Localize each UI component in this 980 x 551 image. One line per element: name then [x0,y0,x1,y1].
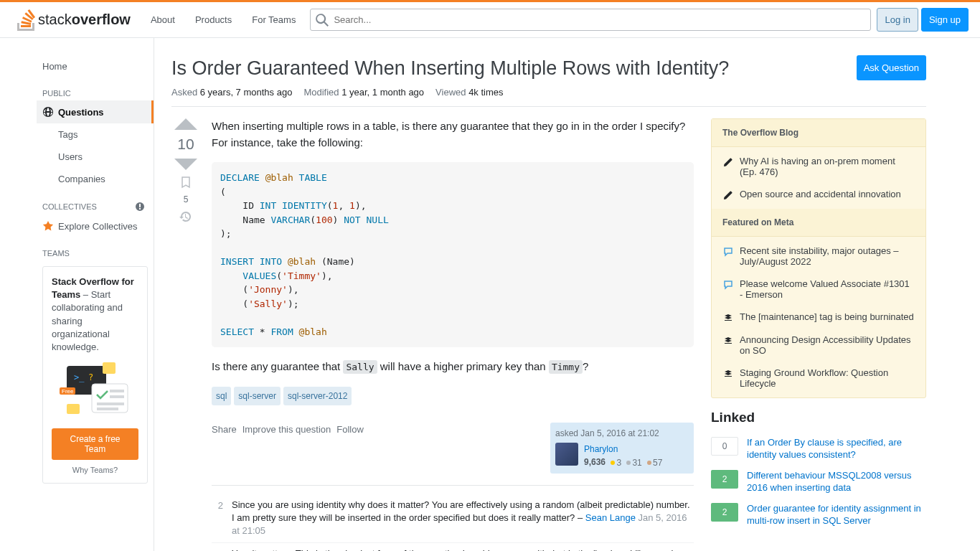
vote-controls: 10 5 [171,118,200,551]
ask-question-button[interactable]: Ask Question [857,55,926,80]
follow-link[interactable]: Follow [336,423,364,474]
meta-item[interactable]: Recent site instability, major outages –… [712,240,925,273]
pencil-icon [722,157,734,167]
linked-item: 2 Different behaviour MSSQL2008 versus 2… [711,470,926,494]
nav-questions-label: Questions [58,107,104,118]
nav-teams[interactable]: For Teams [243,10,304,29]
pencil-icon [722,190,734,200]
main-content: Is Order Guaranteed When Inserting Multi… [154,38,943,551]
nav-explore-label: Explore Collectives [58,221,138,232]
user-reputation: 9,636 [584,457,606,467]
nav-home[interactable]: Home [37,55,154,77]
tag[interactable]: sql-server [234,387,281,405]
stack-icon [722,313,734,323]
silver-badge-icon [626,461,631,465]
comment: 2 Since you are using identity why does … [212,494,694,543]
logo[interactable]: stackoverflow [11,2,136,37]
comment: 2 Yes, it matters. This is the simplest … [212,543,694,552]
nav-questions[interactable]: Questions [37,100,154,123]
linked-link[interactable]: Different behaviour MSSQL2008 versus 201… [747,470,926,494]
meta-item[interactable]: Announcing Design Accessibility Updates … [712,329,925,362]
post-action-links: Share Improve this question Follow [212,423,364,474]
linked-score: 0 [711,437,738,456]
speech-bubble-icon [722,247,734,257]
search-container [310,9,871,31]
comment-author-link[interactable]: Sean Lange [585,512,636,523]
info-icon[interactable] [135,202,145,212]
user-card: asked Jan 5, 2016 at 21:02 Pharylon 9,63… [550,423,694,474]
share-link[interactable]: Share [212,423,237,474]
nav-heading-teams: TEAMS [37,237,154,260]
meta-item[interactable]: The [maintenance] tag is being burninate… [712,306,925,329]
logo-text: stackoverflow [38,11,131,28]
stack-icon [722,336,734,346]
linked-item: 0 If an Order By clause is specified, ar… [711,437,926,461]
nav-about[interactable]: About [142,10,184,29]
tag[interactable]: sql [212,387,231,405]
svg-rect-7 [97,402,124,405]
nav-heading-public: PUBLIC [37,77,154,100]
improve-link[interactable]: Improve this question [242,423,331,474]
nav-tags[interactable]: Tags [37,123,154,146]
question-title: Is Order Guaranteed When Inserting Multi… [171,55,845,81]
question-meta: Asked 6 years, 7 months ago Modified 1 y… [171,87,926,107]
nav-heading-collectives: COLLECTIVES [37,190,154,215]
bronze-badge-icon [647,461,651,465]
linked-score: 2 [711,503,738,522]
globe-icon [42,106,54,118]
meta-item[interactable]: Staging Ground Workflow: Question Lifecy… [712,362,925,395]
top-nav-links: About Products For Teams [142,10,304,29]
nav-products[interactable]: Products [187,10,240,29]
user-avatar[interactable] [555,443,578,466]
search-input[interactable] [310,9,871,31]
widget-header-blog: The Overflow Blog [712,119,925,147]
blog-item[interactable]: Open source and accidental innovation [712,183,925,206]
svg-rect-11 [67,404,80,414]
speech-bubble-icon [722,280,734,290]
user-name-link[interactable]: Pharylon [584,444,618,454]
comment-score: 2 [212,547,223,552]
code-block: DECLARE @blah TABLE ( ID INT IDENTITY(1,… [212,162,694,347]
linked-item: 2 Order guarantee for identity assignmen… [711,503,926,527]
nav-companies[interactable]: Companies [37,168,154,190]
svg-rect-8 [97,408,118,410]
comments-section: 2 Since you are using identity why does … [212,485,694,551]
tags-container: sql sql-server sql-server-2012 [212,387,694,405]
upvote-button[interactable] [174,118,197,130]
bookmark-icon[interactable] [179,176,192,189]
svg-rect-5 [110,390,124,392]
tag[interactable]: sql-server-2012 [283,387,352,405]
blog-item[interactable]: Why AI is having an on-prem moment (Ep. … [712,150,925,183]
linked-score: 2 [711,470,738,489]
body-paragraph-2: Is there any guarantee that Sally will h… [212,359,694,375]
downvote-button[interactable] [174,159,197,170]
nav-explore-collectives[interactable]: Explore Collectives [37,215,154,237]
star-icon [42,220,54,232]
body-paragraph-1: When inserting multiple rows in a table,… [212,118,694,151]
history-icon[interactable] [179,210,192,223]
create-team-button[interactable]: Create a free Team [52,428,138,460]
teams-promo-box: Stack Overflow for Teams – Start collabo… [42,266,148,484]
svg-rect-6 [110,395,124,398]
linked-link[interactable]: If an Order By clause is specified, are … [747,437,926,461]
bookmark-count: 5 [184,194,189,204]
stack-icon [722,369,734,379]
why-teams-link[interactable]: Why Teams? [52,466,138,474]
svg-text:>_: >_ [74,372,85,382]
topbar: stackoverflow About Products For Teams L… [0,2,980,38]
overflow-blog-widget: The Overflow Blog Why AI is having an on… [711,118,926,398]
post-body: When inserting multiple rows in a table,… [212,118,694,551]
linked-link[interactable]: Order guarantee for identity assignment … [747,503,926,527]
right-sidebar: The Overflow Blog Why AI is having an on… [711,118,926,551]
comment-score: 2 [212,499,223,538]
svg-rect-3 [103,362,116,374]
left-sidebar: Home PUBLIC Questions Tags Users Compani… [37,38,154,551]
gold-badge-icon [611,461,615,465]
signup-button[interactable]: Sign up [921,8,969,32]
svg-text:Free: Free [62,388,74,395]
login-button[interactable]: Log in [877,8,918,32]
stackoverflow-icon [17,9,35,31]
meta-item[interactable]: Please welcome Valued Associate #1301 - … [712,273,925,306]
svg-text:?: ? [88,372,93,382]
nav-users[interactable]: Users [37,146,154,168]
